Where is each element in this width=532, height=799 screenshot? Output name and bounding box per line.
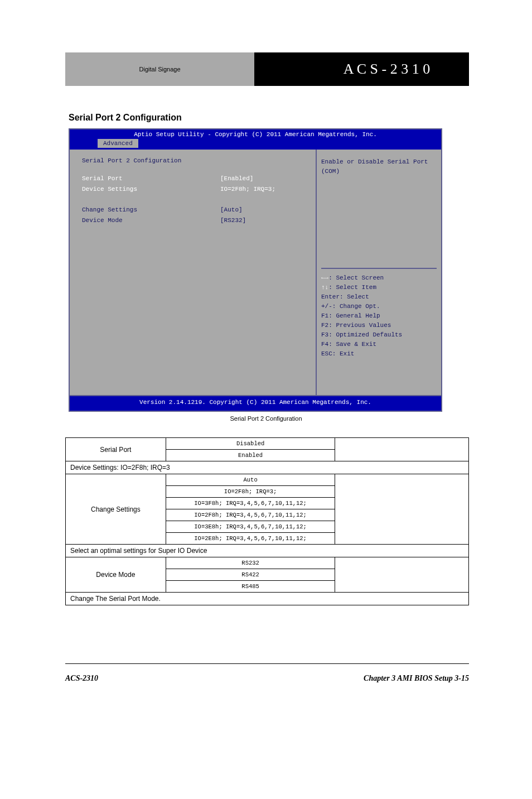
table-span-text: Device Settings: IO=2F8h; IRQ=3 <box>66 461 469 474</box>
option-desc <box>335 557 469 593</box>
option-value: IO=3E8h; IRQ=3,4,5,6,7,10,11,12; <box>166 521 335 533</box>
table-row: Change SettingsAuto <box>66 474 469 486</box>
table-span-row: Change The Serial Port Mode. <box>66 593 469 605</box>
bios-option-label: Serial Port <box>82 174 220 184</box>
bios-version-bar: Version 2.14.1219. Copyright (C) 2011 Am… <box>69 395 442 412</box>
bios-nav-hint: F2: Previous Values <box>321 321 437 330</box>
option-value: IO=2F8h; IRQ=3; <box>166 486 335 498</box>
option-value: RS485 <box>166 581 335 593</box>
table-span-text: Select an optimal settings for Super IO … <box>66 545 469 557</box>
bios-nav-hint: Enter: Select <box>321 292 437 302</box>
bios-nav-hint: F3: Optimized Defaults <box>321 330 437 340</box>
footer-product: ACS-2310 <box>65 674 98 683</box>
page-header: Digital Signage A C S - 2 3 1 0 <box>65 52 469 86</box>
option-name: Serial Port <box>66 438 166 461</box>
bios-option-row[interactable]: Change Settings[Auto] <box>82 205 310 215</box>
option-value: Auto <box>166 474 335 486</box>
options-table: Options summary :Default settingSerial P… <box>65 437 469 605</box>
option-value: RS422 <box>166 569 335 581</box>
bios-nav-hint: ESC: Exit <box>321 349 437 359</box>
bios-nav-hint: ←→: Select Screen <box>321 273 437 283</box>
bios-option-label: Device Mode <box>82 216 220 225</box>
bios-option-label: Device Settings <box>82 185 220 194</box>
option-value: IO=2F8h; IRQ=3,4,5,6,7,10,11,12; <box>166 509 335 521</box>
bios-help-text: Enable or Disable Serial Port (COM) <box>321 157 437 176</box>
section-title: Serial Port 2 Configuration <box>69 113 182 123</box>
footer-rule <box>65 663 469 664</box>
tab-advanced[interactable]: Advanced <box>98 139 138 148</box>
product-code: A C S - 2 3 1 0 <box>344 61 430 78</box>
bios-help-pane: Enable or Disable Serial Port (COM) ←→: … <box>316 150 441 395</box>
option-name: Change Settings <box>66 474 166 545</box>
bios-title-bar: Aptio Setup Utility - Copyright (C) 2011… <box>69 128 442 139</box>
bios-option-value: [Enabled] <box>220 174 253 184</box>
option-value: Enabled <box>166 450 335 461</box>
option-value: Disabled <box>166 438 335 450</box>
table-row: Device ModeRS232 <box>66 557 469 569</box>
bios-nav-hint: F1: General Help <box>321 311 437 321</box>
option-desc <box>335 438 469 461</box>
bios-nav-hint: F4: Save & Exit <box>321 340 437 349</box>
bios-option-row: Device SettingsIO=2F8h; IRQ=3; <box>82 185 310 194</box>
option-name: Device Mode <box>66 557 166 593</box>
footer-chapter: Chapter 3 AMI BIOS Setup 3-15 <box>364 674 469 683</box>
table-span-row: Select an optimal settings for Super IO … <box>66 545 469 557</box>
table-span-text: Change The Serial Port Mode. <box>66 593 469 605</box>
bios-option-row[interactable]: Device Mode[RS232] <box>82 216 310 225</box>
figure-caption: Serial Port 2 Configuration <box>0 415 532 422</box>
bios-settings-pane: Serial Port 2 Configuration Serial Port[… <box>70 150 316 395</box>
option-value: IO=3F8h; IRQ=3,4,5,6,7,10,11,12; <box>166 498 335 509</box>
header-right-label: A C S - 2 3 1 0 <box>254 52 469 86</box>
header-left-label: Digital Signage <box>65 52 254 86</box>
bios-nav-hint: +/-: Change Opt. <box>321 302 437 311</box>
bios-body: Serial Port 2 Configuration Serial Port[… <box>69 150 442 395</box>
bios-help-divider <box>321 268 437 269</box>
option-desc <box>335 474 469 545</box>
bios-tab-bar: Advanced <box>69 139 442 150</box>
bios-option-value[interactable]: [RS232] <box>220 216 246 225</box>
bios-nav-hint: ↑↓: Select Item <box>321 283 437 292</box>
bios-option-value[interactable]: [Auto] <box>220 205 243 215</box>
table-span-row: Device Settings: IO=2F8h; IRQ=3 <box>66 461 469 474</box>
bios-option-value: IO=2F8h; IRQ=3; <box>220 185 275 194</box>
bios-option-row: Serial Port[Enabled] <box>82 174 310 184</box>
option-value: RS232 <box>166 557 335 569</box>
bios-page-heading: Serial Port 2 Configuration <box>82 157 310 164</box>
bios-screenshot: Aptio Setup Utility - Copyright (C) 2011… <box>69 128 442 413</box>
option-value: IO=2E8h; IRQ=3,4,5,6,7,10,11,12; <box>166 533 335 545</box>
bios-option-label: Change Settings <box>82 205 220 215</box>
table-row: Serial PortDisabled <box>66 438 469 450</box>
